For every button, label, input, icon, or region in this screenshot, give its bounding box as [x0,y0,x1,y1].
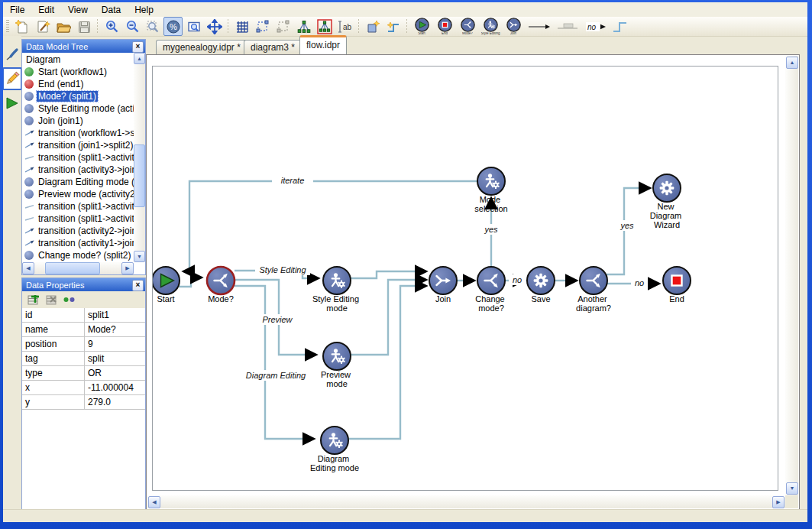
property-value[interactable]: OR [85,366,145,380]
tree-item-transition[interactable]: transition (split1->activity [22,151,134,164]
grid-button[interactable] [232,17,251,36]
tab-mygenealogy[interactable]: mygenealogy.idpr * [156,40,247,54]
new-wizard-button[interactable] [33,17,52,36]
tree-item-transition[interactable]: transition (activity1->join [22,237,134,249]
tree-item-style-editing-mode[interactable]: Style Editing mode (activi [22,102,134,115]
scroll-right-icon[interactable]: ▶ [772,496,785,508]
menu-view[interactable]: View [61,3,95,17]
node-new-diagram-wizard[interactable]: New Diagram Wizard [650,174,684,229]
tree-item-transition[interactable]: transition (join1->split2) [22,139,134,151]
data-model-tree-titlebar[interactable]: Data Model Tree × [22,40,145,53]
scroll-left-icon[interactable]: ◀ [148,496,160,508]
property-row[interactable]: y 279.0 [22,395,145,410]
new-node-button[interactable] [363,17,382,36]
node-mode-selection[interactable]: Mode selection [474,167,507,213]
node-diagram-editing-mode[interactable]: Diagram Editing mode [310,427,359,472]
overview-button[interactable] [184,17,203,36]
edge-another-diagram-wizard[interactable] [607,188,650,274]
palette-transition-button[interactable] [526,17,553,36]
property-value[interactable]: -11.000004 [85,381,145,394]
canvas-horizontal-scrollbar[interactable]: ◀ ▶ [147,495,785,508]
palette-end-button[interactable]: End [434,17,455,37]
close-icon[interactable]: × [132,280,144,291]
palette-activity-button[interactable]: Style Editing mode [480,17,501,37]
property-row[interactable]: name Mode? [22,323,145,337]
node-change-mode[interactable]: Change mode? [475,267,507,313]
save-button[interactable] [74,17,93,36]
tab-diagram3[interactable]: diagram3 * [244,40,302,54]
tree-item-transition[interactable]: transition (activity3->join [22,164,134,176]
diagram-viewport[interactable]: iterate Style Editing Preview Diagram Ed… [147,56,785,495]
tree-layout-button[interactable] [294,17,313,36]
tree-item-mode[interactable]: Mode? (split1) [22,90,134,102]
menu-help[interactable]: Help [128,3,160,17]
property-value[interactable]: Mode? [85,323,145,336]
add-property-button[interactable] [26,293,40,307]
tree-item-transition[interactable]: transition (activity2->join [22,225,134,237]
property-value[interactable]: split1 [85,308,145,322]
toolbar-grip[interactable] [6,20,9,34]
scroll-thumb[interactable] [134,144,145,207]
palette-split-button[interactable]: Mode? [457,17,478,37]
node-preview-mode[interactable]: Preview mode [321,342,353,388]
tree-item-end[interactable]: End (end1) [22,78,134,90]
property-row[interactable]: tag split [22,352,145,366]
tree-layout-boxed-button[interactable] [315,17,334,36]
tree-item-transition[interactable]: transition (split1->activity [22,213,134,225]
pan-button[interactable] [205,17,224,36]
menu-edit[interactable]: Edit [31,3,61,17]
scroll-up-icon[interactable]: ▲ [786,57,798,69]
edge-style-editing-join[interactable] [351,271,426,278]
data-properties-titlebar[interactable]: Data Properties × [22,278,145,291]
scroll-thumb[interactable] [45,262,100,274]
tree-item-diagram[interactable]: Diagram [22,54,134,66]
scroll-right-icon[interactable]: ▶ [121,262,134,274]
palette-transition-no-button[interactable]: no [584,17,608,36]
edge-preview-join[interactable] [351,280,426,355]
palette-start-button[interactable]: Start [411,17,432,37]
new-document-button[interactable] [12,17,31,36]
tree-item-join[interactable]: Join (join1) [22,115,134,127]
tree-item-transition[interactable]: transition (workflow1->sp [22,127,134,139]
node-start[interactable]: Start [153,267,180,303]
diagram-page[interactable]: iterate Style Editing Preview Diagram Ed… [152,66,778,491]
pencil-tool-button[interactable] [3,67,22,90]
node-end[interactable]: End [663,267,691,303]
node-another-diagram[interactable]: Another diagram? [576,267,611,313]
property-value[interactable]: split [85,352,145,365]
palette-elbow-button[interactable] [610,17,629,36]
group-select-button[interactable] [253,17,272,36]
palette-transition-label-button[interactable] [555,17,582,36]
tree-item-transition[interactable]: transition (split1->activity [22,200,134,213]
node-save[interactable]: Save [527,267,555,303]
edit-label-button[interactable]: ab [335,17,354,36]
run-button[interactable] [4,94,21,112]
menu-data[interactable]: Data [95,3,128,17]
zoom-percent-button[interactable]: % [163,17,183,36]
zoom-in-button[interactable] [102,17,121,36]
tree-item-preview-mode[interactable]: Preview mode (activity2) [22,188,134,200]
remove-property-button[interactable] [44,293,58,307]
property-row[interactable]: x -11.000004 [22,381,145,395]
canvas-vertical-scrollbar[interactable]: ▲ ▼ [785,56,798,495]
scroll-up-icon[interactable]: ▲ [134,53,145,64]
tree-item-diagram-editing-mode[interactable]: Diagram Editing mode (ac [22,176,134,188]
tab-flow[interactable]: flow.idpr [299,35,347,54]
tree-item-change-mode[interactable]: Change mode? (split2) [22,249,134,261]
zoom-region-button[interactable] [143,17,162,36]
tree-vertical-scrollbar[interactable]: ▲ ▼ [134,53,145,262]
edge-start-mode[interactable] [179,277,202,287]
new-connector-button[interactable] [383,17,403,36]
node-join[interactable]: Join [429,267,457,303]
close-icon[interactable]: × [132,41,144,53]
property-value[interactable]: 9 [85,337,145,351]
sort-dots-button[interactable] [63,295,76,304]
node-style-editing-mode[interactable]: Style Editing mode [312,267,361,313]
open-button[interactable] [53,17,73,36]
scroll-left-icon[interactable]: ◀ [22,262,34,274]
palette-join-button[interactable]: Join [503,17,524,37]
ungroup-button[interactable] [273,17,293,36]
property-row[interactable]: position 9 [22,337,145,352]
zoom-out-button[interactable] [122,17,141,36]
menu-file[interactable]: File [3,3,31,17]
